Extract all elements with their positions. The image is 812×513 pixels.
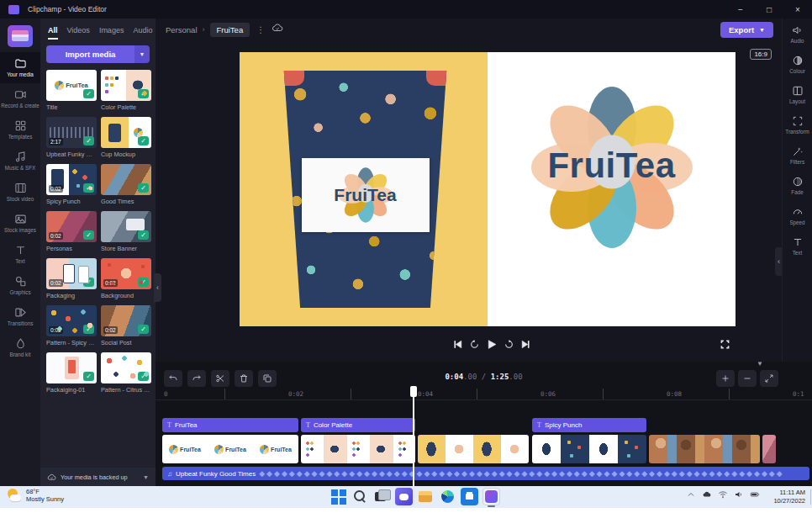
media-item-spicy-punch[interactable]: 0:02 ✓ Spicy Punch (46, 164, 97, 205)
import-dropdown-arrow[interactable]: ▼ (134, 45, 150, 63)
fullscreen-icon[interactable] (717, 336, 732, 352)
sidebar-item-brand-kit[interactable]: Brand kit (0, 332, 40, 363)
backup-status-bar[interactable]: Your media is backed up ▼ (40, 468, 156, 486)
video-clip-color-palette[interactable] (301, 435, 415, 463)
start-button[interactable] (330, 488, 347, 505)
tab-videos[interactable]: Videos (67, 26, 90, 40)
sidebar-item-your-media[interactable]: Your media (0, 52, 40, 83)
media-item-title[interactable]: FruiTea ✓ Title (46, 70, 97, 111)
tool-audio[interactable]: Audio (783, 19, 812, 49)
media-item-packaiging-01[interactable]: ✓ Packaiging-01 (46, 352, 97, 394)
media-panel-collapse-handle[interactable]: ‹ (154, 273, 161, 302)
zoom-in-button[interactable] (716, 370, 735, 387)
skip-to-start-button[interactable] (450, 336, 465, 352)
tray-chevron-icon[interactable] (686, 489, 696, 500)
timeline-collapse-chevron[interactable]: ▼ (757, 360, 763, 368)
teams-chat-icon[interactable] (395, 488, 413, 505)
task-view-icon[interactable] (373, 488, 391, 505)
media-thumbnail[interactable]: ✓ (101, 352, 151, 383)
media-item-cup-mockup[interactable]: ✓ Cup Mockup (101, 117, 151, 158)
rewind-button[interactable] (467, 336, 482, 352)
cloud-sync-icon[interactable] (272, 22, 283, 37)
media-item-background[interactable]: 0:02 ✓ Background (101, 258, 151, 299)
media-item-store-banner[interactable]: ✓ Store Banner (101, 211, 151, 252)
sidebar-item-music-sfx[interactable]: Music & SFX (0, 145, 40, 177)
breadcrumb-project-name[interactable]: FruiTea (210, 23, 250, 37)
skip-to-end-button[interactable] (518, 336, 533, 352)
tool-fade[interactable]: Fade (783, 170, 812, 200)
import-media-button[interactable]: Import media ▼ (46, 45, 150, 63)
text-clip-spicy-punch[interactable]: T Spicy Punch (532, 418, 646, 432)
media-item-upbeat-audio[interactable]: 2:17 ✓ Upbeat Funky Good Tim... (46, 117, 97, 158)
media-item-social-post[interactable]: 0:02 ✓ Social Post (101, 305, 151, 346)
media-thumbnail[interactable]: ✓ (101, 211, 151, 242)
text-clip-fruitea[interactable]: T FruiTea (162, 418, 298, 432)
tool-transform[interactable]: Transform (783, 109, 812, 140)
media-item-personas[interactable]: 0:02 ✓ Personas (46, 211, 97, 252)
video-clip-title[interactable]: FruiTea FruiTea FruiTea (162, 435, 298, 463)
media-item-pattern-spicy-punch[interactable]: 0:02 ✓ Pattern - Spicy Punch (46, 305, 97, 346)
onedrive-cloud-icon[interactable] (702, 489, 712, 500)
media-thumbnail[interactable]: 0:02 ✓ (46, 164, 97, 195)
minimize-button[interactable]: − (726, 0, 755, 19)
media-item-pattern-citrus-blast[interactable]: ✓ Pattern - Citrus Blast (101, 352, 151, 394)
close-button[interactable]: × (783, 0, 812, 19)
volume-icon[interactable] (734, 489, 744, 500)
tool-filters[interactable]: Filters (783, 140, 812, 170)
aspect-ratio-badge[interactable]: 16:9 (750, 49, 772, 60)
media-thumbnail[interactable]: 0:02 ✓ (46, 211, 97, 242)
export-button[interactable]: Export ▼ (720, 22, 773, 38)
playhead[interactable] (413, 389, 414, 486)
sidebar-item-transitions[interactable]: Transitions (0, 301, 40, 332)
search-icon[interactable] (351, 488, 369, 505)
wifi-icon[interactable] (718, 489, 728, 500)
tab-images[interactable]: Images (99, 26, 124, 40)
video-clip-spicy-punch[interactable] (532, 435, 646, 463)
tool-layout[interactable]: Layout (783, 79, 812, 109)
sidebar-item-graphics[interactable]: Graphics (0, 270, 40, 301)
sidebar-item-record-create[interactable]: Record & create (0, 83, 40, 114)
tool-colour[interactable]: Colour (783, 49, 812, 79)
clipchamp-taskbar-icon[interactable] (482, 488, 500, 505)
media-item-good-times[interactable]: ✓ Good Times (101, 164, 151, 205)
tool-speed[interactable]: Speed (783, 200, 812, 230)
video-clip-good-times[interactable] (649, 435, 760, 463)
video-clip-partial[interactable] (762, 435, 776, 463)
microsoft-store-icon[interactable] (461, 488, 478, 505)
media-item-color-palette[interactable]: ✓ Color Palette (101, 70, 151, 111)
media-thumbnail[interactable]: 0:02 ✓ (46, 305, 97, 336)
zoom-out-button[interactable] (738, 370, 757, 387)
taskbar-clock[interactable]: 11:11 AM 10/27/2022 (773, 489, 805, 505)
battery-icon[interactable] (750, 489, 760, 500)
media-thumbnail[interactable]: ✓ (101, 164, 151, 195)
sidebar-item-templates[interactable]: Templates (0, 114, 40, 145)
timeline-ruler[interactable]: 0 0:02 0:04 0:06 0:08 0:1 (156, 389, 812, 400)
audio-clip-upbeat-funky-good-times[interactable]: ♫ Upbeat Funky Good Times (162, 467, 809, 480)
edge-browser-icon[interactable] (439, 488, 456, 505)
media-item-packaging[interactable]: 0:02 ✓ Packaging (46, 258, 97, 299)
breadcrumb-personal[interactable]: Personal (166, 25, 198, 34)
more-options-icon[interactable]: ⋮ (256, 25, 265, 34)
tool-text[interactable]: Text (783, 230, 812, 261)
media-thumbnail[interactable]: FruiTea ✓ (46, 70, 97, 101)
media-thumbnail[interactable]: ✓ (101, 70, 151, 101)
media-thumbnail[interactable]: 2:17 ✓ (46, 117, 97, 148)
media-thumbnail[interactable]: ✓ (101, 117, 151, 148)
video-clip-cup-mockup[interactable] (418, 435, 529, 463)
tab-audio[interactable]: Audio (133, 26, 152, 40)
clipchamp-logo[interactable] (8, 25, 33, 47)
text-clip-color-palette[interactable]: T Color Palette (301, 418, 415, 432)
chevron-down-icon[interactable]: ▼ (143, 474, 149, 480)
taskbar-weather-widget[interactable]: 68°F Mostly Sunny (7, 488, 64, 503)
video-canvas[interactable]: FruiTea FruiTea (240, 52, 736, 326)
media-thumbnail[interactable]: ✓ (46, 352, 97, 383)
sidebar-item-stock-images[interactable]: Stock images (0, 208, 40, 239)
zoom-fit-button[interactable] (760, 370, 778, 387)
media-thumbnail[interactable]: 0:02 ✓ (46, 258, 97, 289)
file-explorer-icon[interactable] (417, 488, 435, 505)
media-thumbnail[interactable]: 0:02 ✓ (101, 305, 151, 336)
media-thumbnail[interactable]: 0:02 ✓ (101, 258, 151, 289)
play-button[interactable] (483, 336, 498, 352)
fast-forward-button[interactable] (501, 336, 516, 352)
tab-all[interactable]: All (48, 26, 58, 40)
